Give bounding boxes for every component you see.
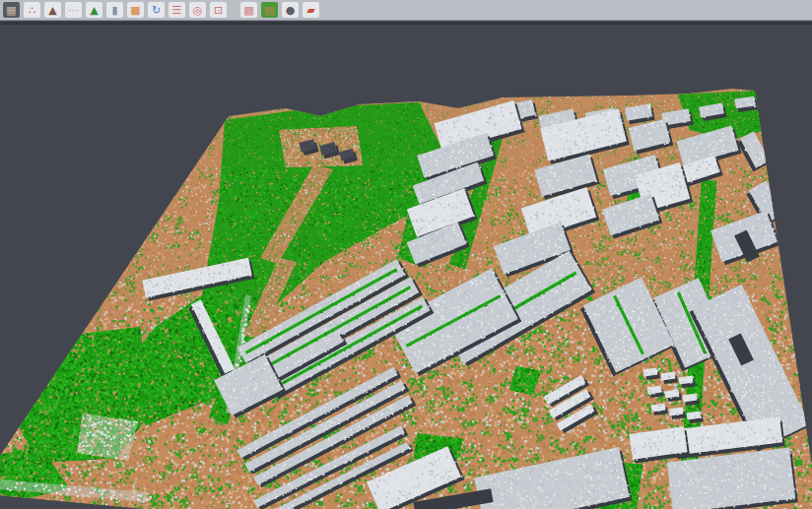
orbit-blue-icon: ↻ [152, 5, 161, 16]
red-ring-icon: ◎ [193, 5, 203, 16]
ruler-icon: ▮ [111, 5, 117, 16]
toolbar-button-terrain-brown[interactable]: ▲ [44, 2, 61, 18]
terrain-green-icon: ▲ [90, 5, 98, 16]
toolbar-button-red-layer-lines[interactable]: ☰ [169, 2, 185, 18]
toolbar-button-classified-map[interactable]: ▤ [261, 2, 278, 18]
toolbar-button-ortho-tile[interactable]: ■ [127, 2, 144, 18]
toolbar-button-terrain-green[interactable]: ▲ [86, 2, 102, 18]
ortho-tile-icon: ■ [130, 5, 140, 16]
terrain-brown-icon: ▲ [48, 5, 56, 16]
toolbar-button-red-ring[interactable]: ◎ [189, 2, 206, 18]
application-window: ▦∴▲⋯▲▮■↻☰◎⊡▩▤●▰ [0, 0, 812, 509]
toolbar-button-selection-brackets[interactable]: ⊡ [210, 2, 227, 18]
toolbar-button-palette-yellow-red[interactable]: ▰ [303, 2, 319, 18]
point-pair-icon: ∴ [29, 5, 35, 16]
toolbar-button-dark-sphere[interactable]: ● [282, 2, 299, 18]
checker-square-icon: ▩ [243, 5, 253, 16]
main-toolbar: ▦∴▲⋯▲▮■↻☰◎⊡▩▤●▰ [0, 0, 812, 21]
toolbar-button-multicolor-grid[interactable]: ▦ [3, 2, 20, 18]
classified-map-icon: ▤ [264, 5, 274, 16]
toolbar-shadow-strip [0, 22, 812, 25]
dark-sphere-icon: ● [286, 5, 296, 16]
toolbar-button-point-pair[interactable]: ∴ [24, 2, 40, 18]
toolbar-button-sparse-points[interactable]: ⋯ [65, 2, 82, 18]
sparse-points-icon: ⋯ [68, 5, 79, 16]
toolbar-button-orbit-blue[interactable]: ↻ [148, 2, 165, 18]
palette-yellow-red-icon: ▰ [306, 5, 314, 16]
selection-brackets-icon: ⊡ [214, 5, 223, 16]
toolbar-button-ruler[interactable]: ▮ [106, 2, 123, 18]
point-cloud-3d-viewport[interactable] [0, 0, 812, 509]
toolbar-button-checker-square[interactable]: ▩ [240, 2, 257, 18]
multicolor-grid-icon: ▦ [6, 5, 16, 16]
red-layer-lines-icon: ☰ [172, 5, 182, 16]
